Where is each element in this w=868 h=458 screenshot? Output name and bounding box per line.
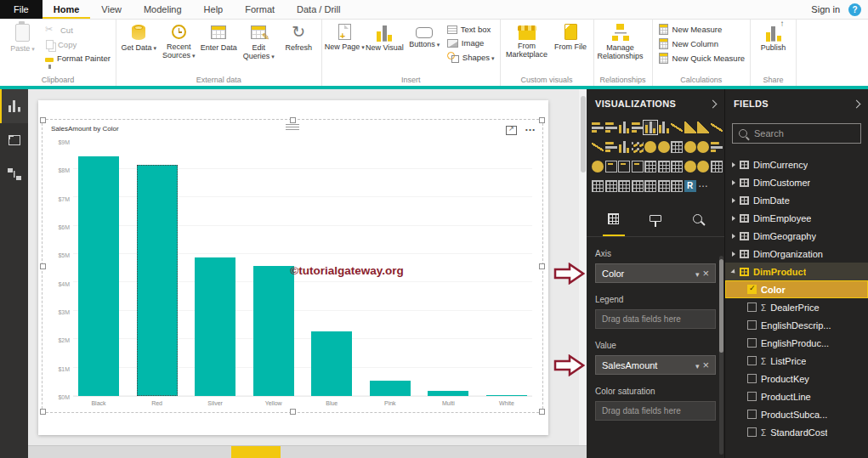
publish-button[interactable]: Publish [753,20,793,75]
focus-mode-icon[interactable] [506,126,517,135]
field-checkbox[interactable] [747,356,757,365]
viz-icon-line-chart[interactable] [671,122,683,133]
viz-icon-map[interactable] [684,141,696,153]
bar-white[interactable] [486,395,527,396]
bar-pink[interactable] [370,381,411,396]
format-painter-button[interactable]: Format Painter [45,54,111,63]
viz-icon-custom-visual-2[interactable] [592,180,604,192]
remove-field-icon[interactable] [702,359,709,370]
field-checkbox[interactable] [747,303,757,312]
get-data-button[interactable]: Get Data [119,20,159,75]
viz-icon-stacked-bar-chart[interactable] [592,122,604,133]
bar-red[interactable] [137,165,178,396]
sign-in-button[interactable]: Sign in [811,4,840,14]
viz-icon-ellipsis[interactable] [697,180,709,192]
field-row-ProductKey[interactable]: ProductKey [725,370,868,387]
chevron-down-icon[interactable] [695,269,700,279]
collapse-pane-icon[interactable] [853,99,861,108]
viz-icon-pie-chart[interactable] [644,141,656,153]
viz-icon-clustered-column-chart[interactable] [644,122,656,133]
viz-icon-card[interactable] [605,161,617,172]
new-visual-button[interactable]: New Visual [365,20,405,75]
field-checkbox[interactable] [747,320,757,330]
remove-field-icon[interactable] [702,268,709,279]
field-checkbox[interactable] [747,374,757,383]
bar-blue[interactable] [311,331,352,396]
viz-icon-ribbon-chart[interactable] [605,141,617,153]
tab-home[interactable]: Home [43,0,91,19]
viz-icon-custom-visual-1[interactable] [711,161,723,172]
viz-icon-multi-row-card[interactable] [618,161,630,172]
field-checkbox[interactable] [747,392,757,401]
viz-icon-kpi[interactable] [632,161,644,172]
viz-icon-matrix[interactable] [671,161,683,172]
tab-data-drill[interactable]: Data / Drill [286,0,351,19]
viz-pane-tab-format[interactable] [640,201,671,236]
viz-icon-gauge[interactable] [592,161,604,172]
field-row-DealerPrice[interactable]: DealerPrice [725,298,868,316]
table-row-DimProduct[interactable]: DimProduct [725,263,868,280]
viz-icon-custom-visual-8[interactable] [671,180,683,192]
new-column-button[interactable]: New Column [658,38,746,49]
new-quick-measure-button[interactable]: New Quick Measure [658,53,746,64]
viz-icon-arcgis-map[interactable] [684,161,696,172]
field-checkbox[interactable] [747,410,757,419]
edit-queries-button[interactable]: Edit Queries [239,20,279,75]
viz-icon-donut-chart[interactable] [658,141,670,153]
expand-chevron-icon[interactable] [732,216,735,221]
legend-field-well[interactable]: Drag data fields here [595,309,716,329]
expand-chevron-icon[interactable] [732,162,735,167]
table-row-DimCurrency[interactable]: DimCurrency [725,155,868,173]
expand-chevron-icon[interactable] [732,180,735,185]
tab-file[interactable]: File [0,0,43,19]
table-row-DimDate[interactable]: DimDate [725,191,868,209]
viz-icon-area-chart[interactable] [684,122,696,133]
viz-icon-custom-visual-6[interactable] [644,180,656,192]
new-measure-button[interactable]: New Measure [658,24,746,35]
table-row-DimEmployee[interactable]: DimEmployee [725,209,868,227]
table-row-DimGeography[interactable]: DimGeography [725,227,868,245]
resize-handle[interactable] [539,263,545,269]
viz-icon-custom-visual-4[interactable] [618,180,630,192]
manage-relationships-button[interactable]: Manage Relationships [597,20,644,75]
value-field-well[interactable]: SalesAmount [595,355,716,375]
viz-icon-stacked-area-chart[interactable] [697,122,709,133]
viz-icon-funnel-chart[interactable] [711,141,723,153]
viz-icon-100-stacked-bar-chart[interactable] [632,122,644,133]
expand-chevron-icon[interactable] [732,234,735,239]
expand-chevron-icon[interactable] [732,252,735,257]
field-checkbox[interactable] [747,285,757,294]
viz-icon-shape-map[interactable] [697,161,709,172]
report-canvas[interactable]: SalesAmount by Color $9M$8M$7M$6M$5M$4M$… [28,89,587,446]
resize-handle[interactable] [290,409,296,415]
chevron-down-icon[interactable] [695,360,700,370]
nav-item-data-view[interactable] [0,123,28,157]
tab-view[interactable]: View [90,0,133,19]
from-marketplace-button[interactable]: From Marketplace [503,20,551,75]
viz-icon-custom-visual-5[interactable] [632,180,644,192]
resize-handle[interactable] [40,117,46,123]
viz-icon-custom-visual-3[interactable] [605,180,617,192]
viz-icon-custom-visual-7[interactable] [658,180,670,192]
axis-field-well[interactable]: Color [595,263,716,283]
buttons-button[interactable]: Buttons [405,20,445,75]
resize-handle[interactable] [539,409,545,415]
tab-modeling[interactable]: Modeling [133,0,193,19]
viz-icon-line-and-clustered-column-chart[interactable] [592,141,604,153]
from-file-button[interactable]: From File [551,20,591,75]
viz-icon-table[interactable] [658,161,670,172]
image-button[interactable]: Image [447,37,495,48]
text-box-button[interactable]: Text box [447,24,495,34]
viz-icon-slicer[interactable] [644,161,656,172]
cut-button[interactable]: Cut [45,24,111,36]
viz-icon-treemap[interactable] [671,141,683,153]
viz-pane-tab-analytics[interactable] [683,201,713,236]
field-row-Color[interactable]: Color [725,280,868,298]
resize-handle[interactable] [40,409,46,415]
field-row-StandardCost[interactable]: StandardCost [725,423,868,441]
nav-item-report-view[interactable] [0,89,28,123]
tab-help[interactable]: Help [193,0,235,19]
copy-button[interactable]: Copy [45,39,111,50]
shapes-button[interactable]: Shapes [447,51,495,63]
bar-multi[interactable] [428,391,468,396]
